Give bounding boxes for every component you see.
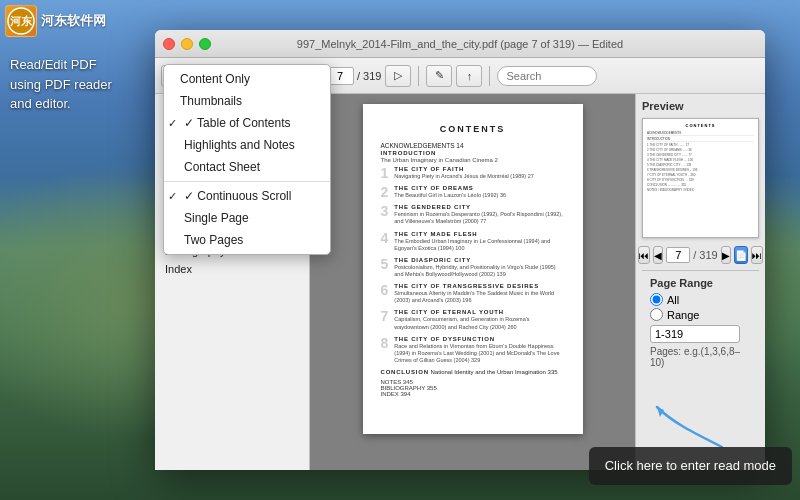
page-range-title: Page Range [650,277,751,289]
pdf-page-title: CONTENTS [381,124,565,134]
pages-example: Pages: e.g.(1,3,6,8–10) [650,346,751,368]
last-page-button[interactable]: ⏭ [751,246,763,264]
search-input[interactable] [497,66,597,86]
pdf-conclusion: CONCLUSION National Identity and the Urb… [381,369,565,375]
pdf-intro-text: The Urban Imaginary in Canadian Cinema 2 [381,157,565,163]
sidebar-item-9[interactable]: Index [155,260,309,278]
all-label: All [667,294,679,306]
pdf-chapter-8: 8 THE CITY OF DYSFUNCTION Race and Relat… [381,336,565,364]
logo-text: 河东软件网 [41,12,106,30]
preview-label: Preview [642,100,759,112]
toolbar-sep-2 [418,66,419,86]
first-page-button[interactable]: ⏮ [638,246,650,264]
range-radio-row: Range [650,308,751,321]
pdf-chapter-4: 4 THE CITY MADE FLESH The Embodied Urban… [381,231,565,252]
maximize-button[interactable] [199,38,211,50]
all-radio[interactable] [650,293,663,306]
dropdown-contact-sheet[interactable]: Contact Sheet [164,156,330,178]
window-title: 997_Melnyk_2014-Film_and_the_city.pdf (p… [297,38,623,50]
callout-container: Click here to enter read mode [589,402,792,485]
pdf-footer: NOTES 345 BIBLIOGRAPHY 355 INDEX 394 [381,379,565,397]
dropdown-two-pages[interactable]: Two Pages [164,229,330,251]
pdf-page: CONTENTS ACKNOWLEDGEMENTS 14 INTRODUCTIO… [363,104,583,434]
pdf-chapter-1: 1 THE CITY OF FAITH Navigating Piety in … [381,166,565,180]
nav-total: 319 [699,249,717,261]
read-mode-button[interactable]: 📄 [734,246,748,264]
overlay-description: Read/Edit PDF using PDF reader and edito… [10,55,150,114]
dropdown-highlights-notes[interactable]: Highlights and Notes [164,134,330,156]
nav-page-input[interactable] [666,247,690,263]
dropdown-thumbnails[interactable]: Thumbnails [164,90,330,112]
page-display: / 319 [326,67,381,85]
logo-icon: 河东 [5,5,37,37]
dropdown-single-page[interactable]: Single Page [164,207,330,229]
preview-thumbnail: CONTENTS ACKNOWLEDGEMENTS INTRODUCTION 1… [642,118,759,238]
minimize-button[interactable] [181,38,193,50]
view-dropdown-menu: Content Only Thumbnails ✓ Table of Conte… [163,64,331,255]
pdf-chapter-7: 7 THE CITY OF ETERNAL YOUTH Capitalism, … [381,309,565,330]
page-total: / [357,70,360,82]
all-radio-row: All [650,293,751,306]
next-page-nav-button[interactable]: ▶ [721,246,731,264]
pdf-area: CONTENTS ACKNOWLEDGEMENTS 14 INTRODUCTIO… [310,94,635,470]
dropdown-continuous-scroll[interactable]: ✓ Continuous Scroll [164,185,330,207]
callout-arrow [652,402,732,452]
dropdown-separator [164,181,330,182]
dropdown-content-only[interactable]: Content Only [164,68,330,90]
callout-box: Click here to enter read mode [589,447,792,485]
annotation-button[interactable]: ✎ [426,65,452,87]
pdf-chapter-6: 6 THE CITY OF TRANSGRESSIVE DESIRES Simu… [381,283,565,304]
pdf-acknowledgements: ACKNOWLEDGEMENTS 14 [381,142,565,149]
pdf-chapter-2: 2 THE CITY OF DREAMS The Beautiful Girl … [381,185,565,199]
nav-separator: / [693,249,696,261]
range-input[interactable] [650,325,740,343]
dropdown-table-of-contents[interactable]: ✓ Table of Contents [164,112,330,134]
pdf-intro-label: INTRODUCTION [381,150,565,156]
prev-page-nav-button[interactable]: ◀ [653,246,663,264]
range-radio[interactable] [650,308,663,321]
close-button[interactable] [163,38,175,50]
next-page-button[interactable]: ▷ [385,65,411,87]
pdf-chapter-3: 3 THE GENDERED CITY Feminism in Rozema's… [381,204,565,225]
page-range-section: Page Range All Range Pages: e.g.(1,3,6,8… [642,270,759,374]
svg-text:河东: 河东 [10,15,33,27]
toolbar-sep-3 [489,66,490,86]
callout-text: Click here to enter read mode [605,458,776,473]
range-label: Range [667,309,699,321]
nav-controls: ⏮ ◀ / 319 ▶ 📄 ⏭ [642,246,759,264]
share-button[interactable]: ↑ [456,65,482,87]
logo: 河东 河东软件网 [5,5,106,37]
traffic-lights [163,38,211,50]
pdf-chapter-5: 5 THE DIASPORIC CITY Postcolonialism, Hy… [381,257,565,278]
title-bar: 997_Melnyk_2014-Film_and_the_city.pdf (p… [155,30,765,58]
